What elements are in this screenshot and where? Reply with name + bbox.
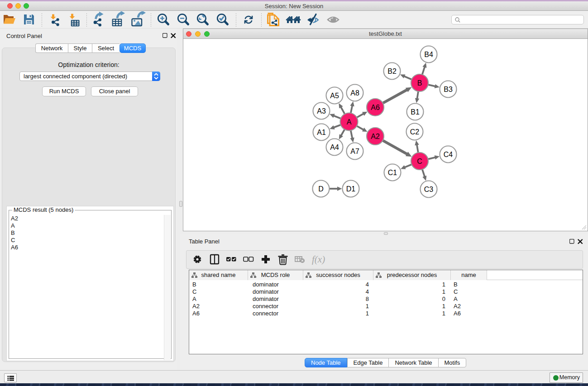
svg-text:B3: B3 xyxy=(444,86,453,93)
svg-text:B1: B1 xyxy=(411,108,420,116)
svg-text:A8: A8 xyxy=(350,89,359,97)
svg-text:A4: A4 xyxy=(330,143,339,151)
svg-text:B: B xyxy=(417,79,422,87)
svg-text:C4: C4 xyxy=(444,151,453,158)
svg-text:D: D xyxy=(318,185,324,193)
svg-text:C1: C1 xyxy=(388,169,397,176)
svg-text:A: A xyxy=(347,118,352,126)
svg-text:A1: A1 xyxy=(317,129,326,136)
svg-text:C: C xyxy=(417,157,422,165)
svg-text:A2: A2 xyxy=(371,133,380,140)
svg-text:A7: A7 xyxy=(350,148,359,155)
svg-text:A6: A6 xyxy=(371,104,380,111)
svg-text:C2: C2 xyxy=(410,128,420,136)
svg-text:A3: A3 xyxy=(317,107,326,115)
svg-text:B4: B4 xyxy=(424,51,433,58)
svg-text:A5: A5 xyxy=(330,92,339,100)
svg-text:C3: C3 xyxy=(424,186,434,193)
svg-text:B2: B2 xyxy=(387,67,397,75)
svg-text:f(x): f(x) xyxy=(312,254,325,265)
svg-text:D1: D1 xyxy=(346,185,356,193)
